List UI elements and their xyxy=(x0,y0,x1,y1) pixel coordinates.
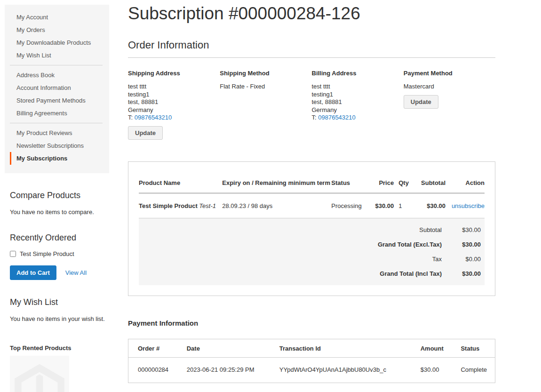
col-header-status: Status xyxy=(331,172,366,193)
amount-cell: $30.00 xyxy=(416,357,456,383)
account-nav: My Account My Orders My Downloadable Pro… xyxy=(5,5,109,173)
price-cell: $30.00 xyxy=(366,193,394,218)
sidebar-item-my-downloadable-products[interactable]: My Downloadable Products xyxy=(5,36,109,49)
total-label: Tax xyxy=(432,256,442,263)
total-value: $30.00 xyxy=(442,270,485,277)
address-line: test tttt xyxy=(312,83,395,91)
magento-logo-icon xyxy=(15,363,64,392)
add-to-cart-button[interactable]: Add to Cart xyxy=(10,265,56,280)
address-line: Germany xyxy=(312,106,395,114)
sidebar-link[interactable]: My Orders xyxy=(10,24,109,36)
product-sku: Test-1 xyxy=(199,202,216,209)
sidebar-link[interactable]: Stored Payment Methods xyxy=(10,94,109,107)
subscription-items-table: Product Name Expiry on / Remaining minim… xyxy=(139,172,485,218)
sidebar-link[interactable]: Account Information xyxy=(10,81,109,94)
address-line: Germany xyxy=(128,106,211,114)
sidebar-item-newsletter-subscriptions[interactable]: Newsletter Subscriptions xyxy=(5,139,109,152)
main-content: Subscription #000000284-126 Order Inform… xyxy=(128,0,495,383)
address-line: test, 88881 xyxy=(128,98,211,106)
total-label: Grand Total (Excl.Tax) xyxy=(378,241,442,248)
col-header-expiry: Expiry on / Remaining minimum term xyxy=(222,172,331,193)
sidebar-link[interactable]: Billing Agreements xyxy=(10,107,109,120)
compare-products-empty-text: You have no items to compare. xyxy=(10,208,109,216)
payment-method-block: Payment Method Mastercard Update xyxy=(404,70,495,140)
status-cell: Processing xyxy=(331,193,366,218)
col-header-subtotal: Subtotal xyxy=(413,172,446,193)
order-number-cell: 000000284 xyxy=(128,357,182,383)
recently-ordered-section: Recently Ordered Test Simple Product Add… xyxy=(5,232,109,280)
sidebar-item-address-book[interactable]: Address Book xyxy=(5,69,109,81)
table-header-row: Product Name Expiry on / Remaining minim… xyxy=(139,172,485,193)
sidebar-link-current[interactable]: My Subscriptions xyxy=(10,152,109,165)
compare-products-title: Compare Products xyxy=(10,190,109,200)
sidebar-link[interactable]: Newsletter Subscriptions xyxy=(10,139,109,152)
sidebar-item-my-orders[interactable]: My Orders xyxy=(5,24,109,36)
recently-ordered-item[interactable]: Test Simple Product xyxy=(10,250,109,257)
subscription-page: My Account My Orders My Downloadable Pro… xyxy=(0,0,541,392)
view-all-link[interactable]: View All xyxy=(65,269,87,276)
total-row-grand-incl-tax: Grand Total (Incl Tax) $30.00 xyxy=(139,266,485,281)
unsubscribe-link[interactable]: unsubscribe xyxy=(452,202,485,209)
page-title: Subscription #000000284-126 xyxy=(128,3,495,24)
sidebar-item-stored-payment-methods[interactable]: Stored Payment Methods xyxy=(5,94,109,107)
billing-address-block: Billing Address test tttt testing1 test,… xyxy=(312,70,404,140)
sidebar-link[interactable]: My Account xyxy=(10,11,109,24)
total-label: Subtotal xyxy=(419,226,442,233)
billing-address-title: Billing Address xyxy=(312,70,395,77)
top-rented-section: Top Rented Products xyxy=(5,344,109,392)
sidebar-link[interactable]: My Product Reviews xyxy=(10,127,109,139)
phone-label: T: xyxy=(312,114,318,121)
payment-method-value: Mastercard xyxy=(404,83,487,91)
product-name-cell: Test Simple Product Test-1 xyxy=(139,193,222,218)
phone-label: T: xyxy=(128,114,135,121)
sidebar-item-my-wish-list[interactable]: My Wish List xyxy=(5,49,109,62)
total-row-tax: Tax $0.00 xyxy=(139,252,485,266)
col-header-product-name: Product Name xyxy=(139,172,222,193)
transaction-id-cell: YYpdWtArO4YpUAnA1AjbbU80Uv3b_c xyxy=(275,357,416,383)
payment-method-title: Payment Method xyxy=(404,70,487,77)
phone-link[interactable]: 09876543210 xyxy=(135,114,172,121)
wishlist-title: My Wish List xyxy=(10,297,109,307)
nav-divider xyxy=(10,65,103,65)
col-header-action: Action xyxy=(446,172,485,193)
payment-information-card: Order # Date Transaction Id Amount Statu… xyxy=(128,339,495,383)
update-shipping-address-button[interactable]: Update xyxy=(128,126,163,140)
shipping-address-title: Shipping Address xyxy=(128,70,211,77)
update-payment-method-button[interactable]: Update xyxy=(404,95,438,109)
sidebar-item-my-subscriptions[interactable]: My Subscriptions xyxy=(5,152,109,165)
shipping-method-block: Shipping Method Flat Rate - Fixed xyxy=(220,70,311,140)
total-row-grand-excl-tax: Grand Total (Excl.Tax) $30.00 xyxy=(139,237,485,252)
table-row: Test Simple Product Test-1 28.09.23 / 98… xyxy=(139,193,485,218)
date-cell: 2023-06-21 09:25:29 PM xyxy=(182,357,275,383)
address-line: test, 88881 xyxy=(312,98,395,106)
col-header-qty: Qty xyxy=(394,172,413,193)
table-row: 000000284 2023-06-21 09:25:29 PM YYpdWtA… xyxy=(128,357,495,383)
top-rented-title: Top Rented Products xyxy=(10,344,109,352)
recently-ordered-checkbox[interactable] xyxy=(10,251,16,257)
recently-ordered-item-label: Test Simple Product xyxy=(20,250,74,257)
total-value: $0.00 xyxy=(442,256,485,263)
shipping-method-title: Shipping Method xyxy=(220,70,303,77)
sidebar-link[interactable]: My Wish List xyxy=(10,49,109,62)
col-header-price: Price xyxy=(366,172,394,193)
sidebar-item-account-information[interactable]: Account Information xyxy=(5,81,109,94)
order-totals: Subtotal $30.00 Grand Total (Excl.Tax) $… xyxy=(139,218,485,285)
address-line: testing1 xyxy=(312,91,395,99)
phone-link[interactable]: 09876543210 xyxy=(318,114,356,121)
sidebar-link[interactable]: Address Book xyxy=(10,69,109,81)
sidebar-item-my-account[interactable]: My Account xyxy=(5,11,109,24)
sidebar-link[interactable]: My Downloadable Products xyxy=(10,36,109,49)
subtotal-cell: $30.00 xyxy=(413,193,446,218)
payment-information-table: Order # Date Transaction Id Amount Statu… xyxy=(128,339,495,383)
total-value: $30.00 xyxy=(442,241,485,248)
sidebar: My Account My Orders My Downloadable Pro… xyxy=(5,5,109,392)
expiry-cell: 28.09.23 / 98 days xyxy=(222,193,331,218)
status-cell: Complete xyxy=(456,357,495,383)
sidebar-item-billing-agreements[interactable]: Billing Agreements xyxy=(5,107,109,120)
action-cell: unsubscribe xyxy=(446,193,485,218)
sidebar-item-my-product-reviews[interactable]: My Product Reviews xyxy=(5,127,109,139)
order-information-columns: Shipping Address test tttt testing1 test… xyxy=(128,70,495,140)
recently-ordered-title: Recently Ordered xyxy=(10,232,109,243)
nav-divider xyxy=(10,123,103,123)
col-header-order: Order # xyxy=(128,339,182,358)
